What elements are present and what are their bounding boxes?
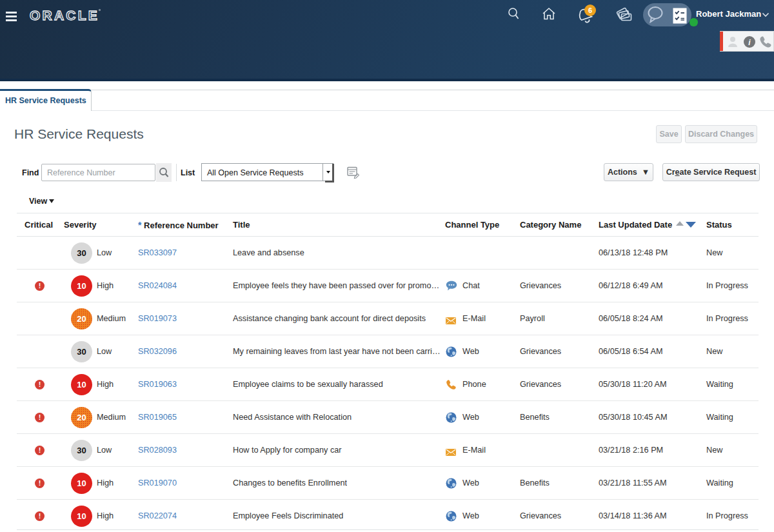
svg-text:6: 6 bbox=[588, 6, 592, 14]
